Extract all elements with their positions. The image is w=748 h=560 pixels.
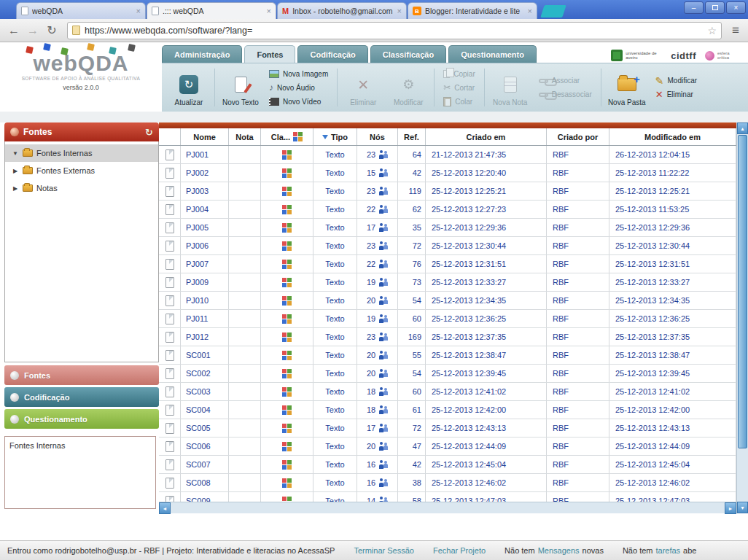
cell-nos[interactable]: 16 [357, 474, 398, 491]
cell-nome[interactable]: PJ004 [181, 201, 229, 218]
tab-close-icon[interactable]: × [397, 7, 402, 15]
cell-nos[interactable]: 22 [357, 255, 398, 273]
tab-close-icon[interactable]: × [528, 7, 532, 15]
table-row[interactable]: SC006 Texto 20 47 25-12-2013 12:44:09 RB… [159, 438, 736, 456]
fechar-projeto-link[interactable]: Fechar Projeto [433, 546, 486, 555]
table-row[interactable]: PJ004 Texto 22 62 25-12-2013 12:27:23 RB… [159, 201, 736, 219]
cell-nos[interactable]: 17 [357, 419, 398, 437]
sidebar-refresh-icon[interactable]: ↻ [145, 127, 153, 138]
col-header-nome[interactable]: Nome [181, 128, 229, 145]
cell-classificacao[interactable] [261, 292, 313, 309]
cell-nome[interactable]: SC006 [181, 438, 229, 455]
cell-nos[interactable]: 17 [357, 219, 398, 236]
table-row[interactable]: PJ005 Texto 17 35 25-12-2013 12:29:36 RB… [159, 219, 736, 237]
table-row[interactable]: PJ011 Texto 19 60 25-12-2013 12:36:25 RB… [159, 310, 736, 328]
cell-nos[interactable]: 15 [357, 164, 398, 182]
cell-nome[interactable]: PJ007 [181, 255, 229, 273]
maximize-button[interactable] [705, 1, 725, 14]
cell-classificacao[interactable] [261, 456, 313, 473]
reload-button[interactable]: ↻ [42, 23, 61, 37]
browser-tab-webqda[interactable]: webQDA × [16, 2, 146, 19]
cell-classificacao[interactable] [261, 255, 313, 273]
chevron-right-icon[interactable]: ▶ [12, 168, 19, 174]
cell-nome[interactable]: SC003 [181, 383, 229, 400]
cell-nos[interactable]: 18 [357, 401, 398, 419]
cell-classificacao[interactable] [261, 328, 313, 346]
cell-nos[interactable]: 19 [357, 310, 398, 327]
cell-classificacao[interactable] [261, 310, 313, 327]
tab-close-icon[interactable]: × [136, 7, 141, 15]
cell-classificacao[interactable] [261, 346, 313, 364]
cell-nos[interactable]: 19 [357, 273, 398, 291]
cell-nos[interactable]: 23 [357, 237, 398, 254]
accordion-questionamento[interactable]: Questionamento [4, 409, 159, 429]
cell-classificacao[interactable] [261, 419, 313, 437]
cell-nome[interactable]: PJ012 [181, 328, 229, 346]
scroll-left-arrow[interactable]: ◄ [159, 502, 171, 514]
table-row[interactable]: PJ009 Texto 19 73 25-12-2013 12:33:27 RB… [159, 273, 736, 292]
chevron-right-icon[interactable]: ▶ [12, 185, 19, 192]
atualizar-button[interactable]: ↻ Atualizar [166, 66, 211, 109]
accordion-fontes[interactable]: Fontes [4, 365, 159, 385]
cell-classificacao[interactable] [261, 146, 313, 163]
table-row[interactable]: SC004 Texto 18 61 25-12-2013 12:42:00 RB… [159, 401, 736, 419]
tab-questionamento[interactable]: Questionamento [448, 45, 537, 63]
cell-nome[interactable]: PJ009 [181, 273, 229, 291]
cell-nos[interactable]: 16 [357, 456, 398, 473]
close-button[interactable]: × [726, 1, 746, 14]
table-row[interactable]: SC008 Texto 16 38 25-12-2013 12:46:02 RB… [159, 474, 736, 492]
col-header-classificacao[interactable]: Cla... [261, 128, 313, 145]
modificar2-button[interactable]: ✎ Modificar [655, 74, 697, 87]
cell-classificacao[interactable] [261, 201, 313, 218]
desassociar-button[interactable]: Desassociar [539, 88, 592, 101]
cell-classificacao[interactable] [261, 219, 313, 236]
novo-texto-button[interactable]: Novo Texto [218, 66, 263, 109]
cell-classificacao[interactable] [261, 182, 313, 200]
tarefas-link[interactable]: tarefas [655, 546, 680, 555]
nova-nota-button[interactable]: Nova Nota [488, 66, 533, 109]
col-header-tipo[interactable]: Tipo [313, 128, 357, 145]
cell-classificacao[interactable] [261, 164, 313, 182]
cell-classificacao[interactable] [261, 492, 313, 502]
cell-classificacao[interactable] [261, 401, 313, 419]
cell-nos[interactable]: 23 [357, 328, 398, 346]
browser-menu-icon[interactable]: ≡ [728, 23, 744, 38]
horizontal-scrollbar[interactable]: ◄ ► [159, 502, 736, 513]
cell-nome[interactable]: PJ003 [181, 182, 229, 200]
tree-item-fontes-externas[interactable]: ▶ Fontes Externas [5, 162, 158, 179]
table-row[interactable]: SC005 Texto 17 72 25-12-2013 12:43:13 RB… [159, 419, 736, 438]
browser-tab-blogger[interactable]: B Blogger: Interatividade e lite × [408, 2, 537, 19]
cell-nome[interactable]: SC002 [181, 365, 229, 382]
scroll-down-arrow[interactable]: ▼ [737, 502, 748, 513]
cell-nome[interactable]: PJ011 [181, 310, 229, 327]
cell-nos[interactable]: 20 [357, 292, 398, 309]
table-row[interactable]: SC002 Texto 20 54 25-12-2013 12:39:45 RB… [159, 365, 736, 383]
table-row[interactable]: PJ012 Texto 23 169 25-12-2013 12:37:35 R… [159, 328, 736, 346]
cell-nome[interactable]: PJ006 [181, 237, 229, 254]
sidebar-header-fontes[interactable]: Fontes ↻ [4, 122, 159, 141]
cell-nome[interactable]: SC009 [181, 492, 229, 502]
nova-imagem-button[interactable]: Nova Imagem [269, 68, 328, 80]
browser-tab-gmail[interactable]: M Inbox - robotelho@gmail.com × [277, 2, 407, 19]
col-header-nos[interactable]: Nós [357, 128, 398, 145]
cell-nome[interactable]: SC005 [181, 419, 229, 437]
cell-classificacao[interactable] [261, 438, 313, 455]
mensagens-link[interactable]: Mensagens [538, 546, 580, 555]
scrollbar-thumb[interactable] [738, 135, 747, 448]
tab-fontes[interactable]: Fontes [244, 45, 295, 63]
tree-item-fontes-internas[interactable]: ▼ Fontes Internas [5, 144, 158, 162]
cell-nome[interactable]: PJ001 [181, 146, 229, 163]
url-text[interactable]: https://www.webqda.com/software/?lang= [85, 26, 704, 36]
table-row[interactable]: PJ007 Texto 22 76 25-12-2013 12:31:51 RB… [159, 255, 736, 273]
cell-classificacao[interactable] [261, 237, 313, 254]
minimize-button[interactable]: – [684, 1, 704, 14]
table-row[interactable]: PJ006 Texto 23 72 25-12-2013 12:30:44 RB… [159, 237, 736, 255]
table-row[interactable]: PJ002 Texto 15 42 25-12-2013 12:20:40 RB… [159, 164, 736, 182]
cell-nos[interactable]: 22 [357, 201, 398, 218]
browser-tab-webqda-active[interactable]: .::: webQDA × [147, 2, 276, 19]
cell-classificacao[interactable] [261, 383, 313, 400]
eliminar2-button[interactable]: ✕ Eliminar [655, 88, 697, 101]
tree-item-notas[interactable]: ▶ Notas [5, 179, 158, 197]
associar-button[interactable]: Associar [539, 74, 592, 87]
copiar-button[interactable]: Copiar [443, 68, 475, 80]
